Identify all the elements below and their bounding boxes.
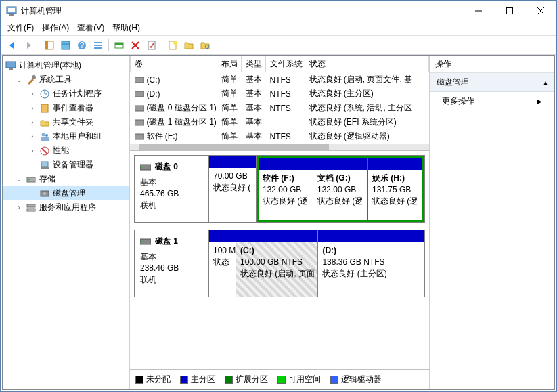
svg-rect-9	[62, 41, 70, 49]
disk-icon	[140, 163, 151, 171]
forward-button[interactable]	[21, 38, 36, 53]
list-button[interactable]	[91, 38, 106, 53]
svg-rect-13	[94, 42, 102, 43]
col-layout[interactable]: 布局	[217, 56, 242, 72]
tree-shared[interactable]: ›共享文件夹	[3, 115, 129, 129]
expand-icon[interactable]: ›	[28, 133, 37, 140]
disk-graphical-view[interactable]: 磁盘 0 基本 465.76 GB 联机 70.00 GB 状态良好 ( 软件 …	[130, 151, 429, 369]
tree-storage[interactable]: ⌄存储	[3, 172, 129, 186]
expand-icon[interactable]: ›	[28, 104, 37, 112]
menu-action[interactable]: 操作(A)	[39, 21, 72, 35]
users-icon	[39, 131, 50, 142]
col-fs[interactable]: 文件系统	[266, 56, 305, 72]
disk-row-1[interactable]: 磁盘 1 基本 238.46 GB 联机 100 M状态 (C:)100.00 …	[134, 230, 425, 297]
tree-diskmgmt[interactable]: 磁盘管理	[3, 186, 129, 200]
menu-view[interactable]: 查看(V)	[74, 21, 107, 35]
svg-rect-30	[41, 104, 48, 112]
partition[interactable]: (D:)138.36 GB NTFS状态良好 (主分区)	[318, 230, 424, 297]
disk-info: 磁盘 1 基本 238.46 GB 联机	[135, 230, 209, 297]
menu-help[interactable]: 帮助(H)	[110, 21, 143, 35]
actions-pane: 操作 磁盘管理 ▴ 更多操作 ▶	[430, 56, 554, 389]
tree-label: 服务和应用程序	[39, 202, 96, 213]
expand-icon[interactable]: ›	[28, 118, 37, 126]
actions-more[interactable]: 更多操作 ▶	[430, 92, 554, 110]
actions-section-label: 磁盘管理	[437, 77, 469, 88]
volume-row[interactable]: 软件 (F:)简单基本NTFS状态良好 (逻辑驱动器)	[131, 129, 429, 144]
delete-button[interactable]	[128, 38, 143, 53]
actions-title: 操作	[430, 56, 554, 73]
help-button[interactable]: ?	[74, 38, 89, 53]
partition[interactable]: 70.00 GB 状态良好 (	[209, 156, 257, 222]
svg-point-31	[42, 133, 45, 136]
view-button[interactable]	[58, 38, 73, 53]
col-volume[interactable]: 卷	[131, 56, 217, 72]
tree-event[interactable]: ›事件查看器	[3, 101, 129, 115]
collapse-icon[interactable]: ⌄	[15, 175, 23, 183]
legend-swatch-unalloc	[135, 376, 143, 384]
tree-root[interactable]: 计算机管理(本地)	[3, 58, 129, 72]
services-icon	[26, 202, 37, 213]
col-status[interactable]: 状态	[305, 56, 429, 72]
content-area: 计算机管理(本地) ⌄ 系统工具 ›任务计划程序 ›事件查看器 ›共享文件夹 ›…	[2, 55, 555, 390]
back-button[interactable]	[5, 38, 20, 53]
tree-label: 本地用户和组	[53, 131, 102, 142]
tree-label: 计算机管理(本地)	[19, 60, 81, 71]
disk-size: 465.76 GB	[140, 188, 203, 200]
tree-services[interactable]: ›服务和应用程序	[3, 200, 129, 215]
tree-label: 共享文件夹	[53, 116, 93, 128]
partition[interactable]: 软件 (F:)132.00 GB状态良好 (逻	[259, 158, 313, 220]
tree-systools[interactable]: ⌄ 系统工具	[3, 72, 129, 87]
title-bar: 计算机管理	[1, 1, 556, 21]
search-button[interactable]	[198, 38, 213, 53]
volume-row[interactable]: (C:)简单基本NTFS状态良好 (启动, 页面文件, 基	[131, 72, 429, 87]
actions-more-label: 更多操作	[442, 95, 474, 107]
svg-rect-42	[27, 204, 35, 207]
disk-row-0[interactable]: 磁盘 0 基本 465.76 GB 联机 70.00 GB 状态良好 ( 软件 …	[134, 155, 425, 223]
svg-rect-44	[135, 77, 144, 83]
actions-section[interactable]: 磁盘管理 ▴	[430, 73, 554, 92]
collapse-icon: ▴	[543, 78, 548, 87]
extended-partition: 软件 (F:)132.00 GB状态良好 (逻 文档 (G:)132.00 GB…	[257, 156, 424, 222]
legend-swatch-logical	[330, 376, 338, 384]
collapse-icon[interactable]: ⌄	[15, 76, 23, 83]
volume-row[interactable]: (D:)简单基本NTFS状态良好 (主分区)	[131, 87, 429, 101]
disk-icon	[140, 238, 151, 246]
volume-row[interactable]: (磁盘 0 磁盘分区 1)简单基本NTFS状态良好 (系统, 活动, 主分区	[131, 101, 429, 115]
svg-rect-14	[94, 45, 102, 46]
col-type[interactable]: 类型	[242, 56, 266, 72]
show-hide-button[interactable]	[42, 38, 57, 53]
menu-file[interactable]: 文件(F)	[5, 21, 37, 35]
disk-icon	[39, 188, 50, 199]
tree-perf[interactable]: ›性能	[3, 144, 129, 158]
tree-users[interactable]: ›本地用户和组	[3, 129, 129, 144]
partition[interactable]: 100 M状态	[209, 230, 236, 297]
expand-icon[interactable]: ›	[15, 204, 23, 211]
refresh-button[interactable]	[112, 38, 127, 53]
maximize-button[interactable]	[494, 1, 525, 21]
partition[interactable]: 娱乐 (H:)131.75 GB状态良好 (逻	[368, 158, 422, 220]
device-icon	[39, 160, 50, 171]
tree-label: 磁盘管理	[53, 188, 85, 199]
tree-pane[interactable]: 计算机管理(本地) ⌄ 系统工具 ›任务计划程序 ›事件查看器 ›共享文件夹 ›…	[3, 56, 130, 389]
tree-label: 任务计划程序	[53, 88, 102, 100]
horizontal-scrollbar[interactable]	[130, 144, 429, 150]
close-button[interactable]	[525, 1, 556, 21]
svg-point-52	[142, 241, 143, 242]
expand-icon[interactable]: ›	[28, 90, 37, 97]
volume-row[interactable]: (磁盘 1 磁盘分区 1)简单基本状态良好 (EFI 系统分区)	[131, 115, 429, 129]
volume-table[interactable]: 卷 布局 类型 文件系统 状态 (C:)简单基本NTFS状态良好 (启动, 页面…	[130, 56, 429, 151]
tree-task[interactable]: ›任务计划程序	[3, 87, 129, 101]
minimize-button[interactable]	[463, 1, 494, 21]
svg-rect-2	[9, 14, 14, 16]
legend-swatch-extended	[225, 376, 233, 384]
properties-button[interactable]	[144, 38, 159, 53]
expand-icon[interactable]: ›	[28, 147, 37, 154]
folder-button[interactable]	[181, 38, 196, 53]
tree-devmgr[interactable]: 设备管理器	[3, 158, 129, 172]
partition[interactable]: 文档 (G:)132.00 GB状态良好 (逻	[313, 158, 368, 220]
window-title: 计算机管理	[21, 5, 463, 17]
partition[interactable]: (C:)100.00 GB NTFS状态良好 (启动, 页面	[236, 230, 318, 297]
new-button[interactable]	[165, 38, 180, 53]
svg-point-22	[173, 41, 177, 45]
svg-point-32	[45, 134, 48, 137]
